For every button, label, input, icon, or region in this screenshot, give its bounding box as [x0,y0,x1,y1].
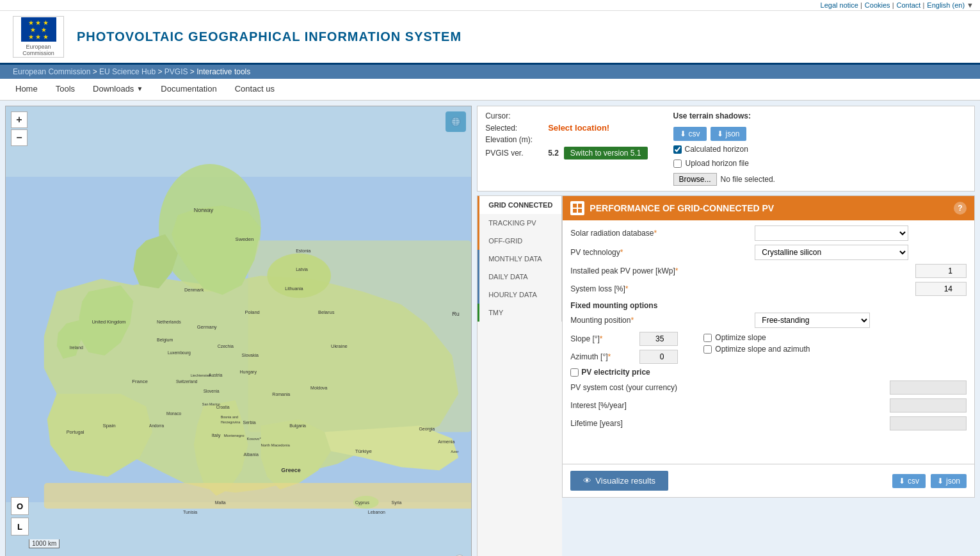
optimize-slope-azimuth-row: Optimize slope and azimuth [703,345,810,354]
panel-help-button[interactable]: ? [954,202,967,215]
svg-text:Bulgaria: Bulgaria [289,423,306,429]
tab-grid-connected[interactable]: GRID CONNECTED [478,196,562,214]
map-layer-toggle[interactable] [446,111,466,132]
lifetime-input[interactable] [890,416,967,430]
azimuth-input[interactable] [639,350,678,364]
breadcrumb-home[interactable]: European Commission [13,67,90,76]
map-l-button[interactable]: L [11,518,29,536]
pv-price-checkbox[interactable] [570,368,579,377]
svg-text:Ireland: Ireland [70,345,83,350]
nav-tools[interactable]: Tools [47,79,84,100]
contact-link[interactable]: Contact [897,1,921,9]
peak-power-row: Installed peak PV power [kWp]* [570,264,967,278]
json-download-bottom[interactable]: ⬇ json [931,474,967,488]
tab-monthly-data[interactable]: MONTHLY DATA [478,250,562,268]
svg-text:Lebanon: Lebanon [368,510,385,514]
visualize-button[interactable]: 👁 Visualize results [570,471,668,491]
tab-off-grid[interactable]: OFF-GRID [478,232,562,250]
json-download-top[interactable]: ⬇ json [711,127,746,141]
map-svg[interactable]: Norway Sweden United Kingdom Ireland Den… [6,106,471,556]
svg-text:Malta: Malta [215,500,226,505]
pv-system-cost-row: PV system cost (your currency) [570,380,967,395]
svg-text:Tunisia: Tunisia [183,510,197,514]
pv-system-cost-input[interactable] [890,380,967,395]
pv-technology-select[interactable]: Crystalline silicon [755,245,908,260]
cursor-label: Cursor: [485,111,543,120]
mounting-pos-row: Mounting position* Free-standing [570,313,967,328]
file-select-row: Browse... No file selected. [673,173,775,186]
breadcrumb-current: Interactive tools [197,67,250,76]
peak-power-input[interactable] [915,264,967,278]
pv-price-checkbox-row: PV electricity price [570,368,650,377]
map-controls: + − [11,111,28,146]
interest-input[interactable] [890,398,967,413]
zoom-in-button[interactable]: + [11,111,28,128]
svg-rect-61 [573,204,577,208]
optimize-slope-checkbox[interactable] [703,334,712,342]
breadcrumb-pvgis[interactable]: PVGIS [165,67,188,76]
svg-text:Monaco: Monaco [166,411,181,416]
commission-label: EuropeanCommission [22,44,54,56]
breadcrumb-hub[interactable]: EU Science Hub [99,67,156,76]
mounting-pos-label: Mounting position* [570,316,750,325]
map-wrapper: Norway Sweden United Kingdom Ireland Den… [5,106,472,556]
optimize-slope-azimuth-label: Optimize slope and azimuth [715,345,810,354]
main-nav: Home Tools Downloads ▼ Documentation Con… [0,79,980,101]
zoom-out-button[interactable]: − [11,129,28,146]
slope-label: Slope [°]* [570,334,634,343]
tab-tmy[interactable]: TMY [478,304,562,322]
browse-button[interactable]: Browse... [673,173,717,186]
svg-text:Cyprus: Cyprus [355,500,370,505]
nav-downloads[interactable]: Downloads ▼ [84,79,152,100]
nav-home[interactable]: Home [6,79,47,100]
right-panel: Cursor: Selected: Select location! Eleva… [477,106,975,556]
svg-text:United Kingdom: United Kingdom [92,319,125,325]
svg-text:Syria: Syria [392,500,402,505]
optimize-slope-azimuth-checkbox[interactable] [703,345,712,354]
solar-radiation-select[interactable] [755,225,908,241]
csv-download-top[interactable]: ⬇ csv [673,127,707,141]
cookies-link[interactable]: Cookies [865,1,890,9]
svg-text:France: France [132,379,148,384]
svg-text:Romania: Romania [272,392,290,397]
mounting-position-select[interactable]: Free-standing [755,313,870,328]
tab-tracking-pv[interactable]: TRACKING PV [478,214,562,232]
csv-download-bottom[interactable]: ⬇ csv [892,474,926,488]
svg-text:Belgium: Belgium [157,338,173,343]
elevation-row: Elevation (m): [485,135,647,144]
terrain-section: Use terrain shadows: ⬇ csv ⬇ json Calcul… [673,111,775,186]
breadcrumb: European Commission > EU Science Hub > P… [0,65,980,79]
nav-documentation[interactable]: Documentation [152,79,225,100]
calc-horizon-checkbox[interactable] [673,145,682,154]
slope-input[interactable] [639,332,678,346]
system-loss-input[interactable] [915,282,967,296]
layers-icon [450,116,462,127]
switch-version-button[interactable]: Switch to version 5.1 [564,147,648,159]
map-container[interactable]: Norway Sweden United Kingdom Ireland Den… [5,106,472,556]
tab-daily-data[interactable]: DAILY DATA [478,268,562,286]
no-file-text: No file selected. [721,175,775,184]
svg-text:Switzerland: Switzerland [176,379,198,384]
panel-header: PERFORMANCE OF GRID-CONNECTED PV ? [563,196,974,220]
header: ★ ★ ★★ ★★ ★ ★ EuropeanCommission PHOTOVO… [0,11,980,65]
legal-notice-link[interactable]: Legal notice [821,1,858,9]
language-link[interactable]: English (en) [927,1,965,9]
svg-text:Andorra: Andorra [149,423,164,428]
svg-text:Bosnia and: Bosnia and [221,415,238,419]
select-location-text[interactable]: Select location! [548,123,609,133]
eye-icon: 👁 [583,476,591,486]
nav-contact[interactable]: Contact us [226,79,284,100]
system-loss-row: System loss [%]* [570,282,967,296]
tab-hourly-data[interactable]: HOURLY DATA [478,286,562,304]
svg-text:Georgia: Georgia [419,427,435,432]
cursor-info-row: Cursor: Selected: Select location! Eleva… [477,106,975,192]
svg-rect-64 [578,209,582,213]
map-o-button[interactable]: O [11,497,29,515]
slope-azimuth-inputs: Slope [°]* Azimuth [°]* [570,332,678,364]
optimize-slope-label: Optimize slope [715,333,766,342]
svg-rect-3 [44,483,471,509]
panel-title: PERFORMANCE OF GRID-CONNECTED PV [590,203,774,213]
svg-point-4 [267,254,331,298]
upload-horizon-checkbox[interactable] [673,159,682,168]
main-content: Norway Sweden United Kingdom Ireland Den… [0,101,980,556]
